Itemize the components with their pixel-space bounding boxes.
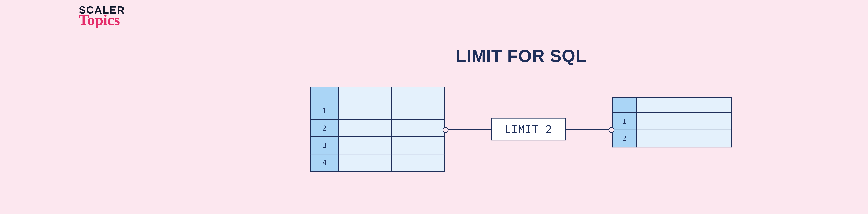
data-cell bbox=[338, 102, 391, 119]
table-header-cell bbox=[338, 87, 391, 102]
data-cell bbox=[684, 112, 731, 130]
row-id-cell: 4 bbox=[311, 154, 338, 171]
table-row: 1 bbox=[311, 102, 445, 119]
table-row: 2 bbox=[612, 130, 731, 147]
row-id-cell: 2 bbox=[612, 130, 637, 147]
table-header-row bbox=[612, 98, 731, 112]
brand-logo: SCALER Topics bbox=[79, 5, 125, 28]
table-header-cell bbox=[612, 98, 637, 112]
row-id-cell: 3 bbox=[311, 137, 338, 154]
data-cell bbox=[338, 154, 391, 171]
data-cell bbox=[392, 102, 444, 119]
logo-text-topics: Topics bbox=[79, 13, 125, 28]
table-header-cell bbox=[392, 87, 444, 102]
limit-diagram: 1 2 3 4 LIMIT 2 bbox=[310, 87, 732, 172]
table-row: 3 bbox=[311, 137, 445, 154]
diagram-canvas: SCALER Topics LIMIT FOR SQL 1 2 3 bbox=[1, 0, 868, 214]
data-cell bbox=[684, 130, 731, 147]
data-cell bbox=[637, 112, 684, 130]
input-table: 1 2 3 4 bbox=[310, 87, 445, 172]
table-row: 1 bbox=[612, 112, 731, 130]
diagram-title: LIMIT FOR SQL bbox=[455, 46, 586, 66]
data-cell bbox=[637, 130, 684, 147]
table-header-cell bbox=[637, 98, 684, 112]
table-header-cell bbox=[311, 87, 338, 102]
table-header-cell bbox=[684, 98, 731, 112]
table-row: 4 bbox=[311, 154, 445, 171]
row-id-cell: 1 bbox=[311, 102, 338, 119]
limit-operator-box: LIMIT 2 bbox=[491, 118, 566, 140]
row-id-cell: 2 bbox=[311, 119, 338, 137]
table-header-row bbox=[311, 87, 445, 102]
data-cell bbox=[392, 119, 444, 137]
row-id-cell: 1 bbox=[612, 112, 637, 130]
connector-line-left bbox=[445, 129, 491, 130]
data-cell bbox=[338, 137, 391, 154]
connector-line-right bbox=[566, 129, 612, 130]
table-row: 2 bbox=[311, 119, 445, 137]
data-cell bbox=[392, 137, 444, 154]
output-table: 1 2 bbox=[612, 97, 732, 147]
data-cell bbox=[338, 119, 391, 137]
data-cell bbox=[392, 154, 444, 171]
